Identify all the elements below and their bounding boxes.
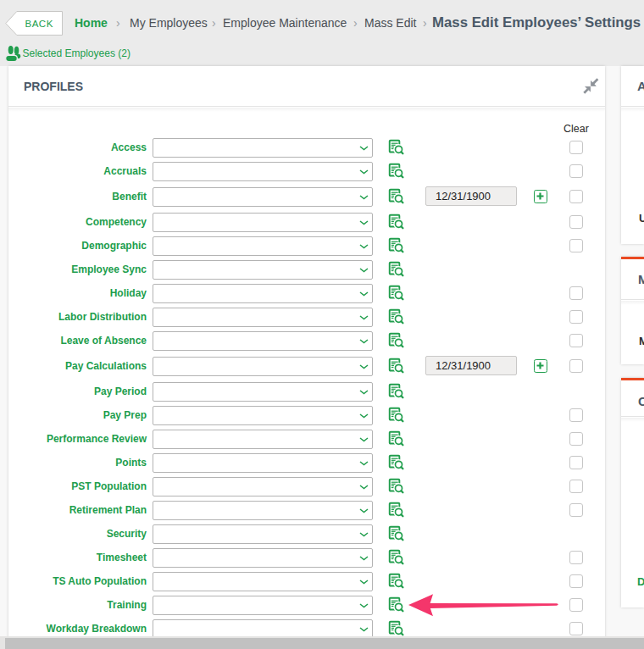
svg-text:BACK: BACK <box>25 19 53 29</box>
